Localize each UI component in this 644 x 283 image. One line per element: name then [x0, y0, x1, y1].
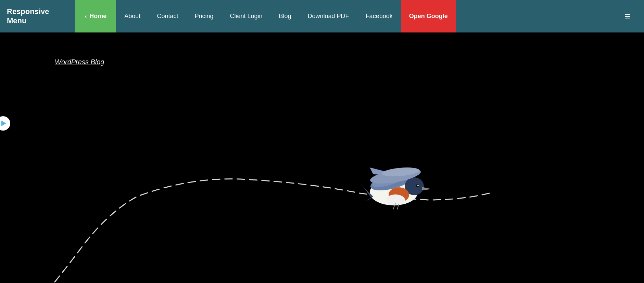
site-title-line2: Menu: [7, 16, 26, 25]
main-content: WordPress Blog: [0, 32, 644, 283]
nav-home-label: Home: [89, 13, 106, 20]
nav-link-contact[interactable]: Contact: [149, 0, 186, 32]
main-nav: ‹ Home About Contact Pricing Client Logi…: [75, 0, 637, 32]
nav-link-blog[interactable]: Blog: [271, 0, 300, 32]
nav-home-button[interactable]: ‹ Home: [75, 0, 116, 32]
nav-link-about[interactable]: About: [116, 0, 149, 32]
site-title-line1: Responsive: [7, 7, 49, 16]
header: Responsive Menu ‹ Home About Contact Pri…: [0, 0, 644, 32]
bird-scene: [0, 32, 644, 283]
svg-marker-8: [422, 187, 431, 190]
nav-open-google-button[interactable]: Open Google: [401, 0, 456, 32]
nav-link-pricing[interactable]: Pricing: [186, 0, 222, 32]
nav-link-client-login[interactable]: Client Login: [222, 0, 270, 32]
svg-point-10: [417, 185, 419, 186]
site-title: Responsive Menu: [7, 7, 75, 25]
hamburger-menu-button[interactable]: ≡: [618, 0, 637, 32]
nav-link-facebook[interactable]: Facebook: [357, 0, 401, 32]
chevron-left-icon: ‹: [85, 13, 87, 19]
nav-link-download-pdf[interactable]: Download PDF: [300, 0, 357, 32]
